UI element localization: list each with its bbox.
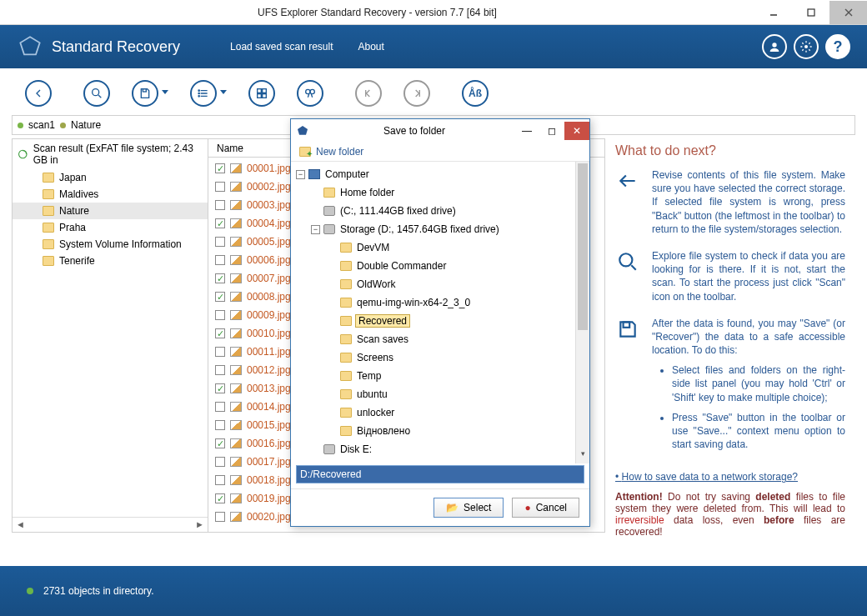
file-checkbox[interactable] [215,218,225,228]
dialog-tree[interactable]: − Computer Home folder (C:, 111.44GB fix… [291,162,589,463]
dialog-folder-item[interactable]: Recovered [296,312,584,330]
dialog-folder-item[interactable]: Double Commander [296,257,584,275]
folder-icon [43,189,54,199]
dialog-maximize-button[interactable]: ◻ [539,122,564,140]
dialog-folder-item[interactable]: Scan saves [296,330,584,348]
tree-computer[interactable]: Computer [323,168,371,180]
tree-c-drive[interactable]: (C:, 111.44GB fixed drive) [338,205,458,217]
file-checkbox[interactable] [215,402,225,412]
grid-view-button[interactable] [248,80,275,107]
settings-icon[interactable] [794,34,819,59]
file-checkbox[interactable] [215,182,225,192]
help-panel: What to do next? Revise contents of this… [605,138,855,533]
menu-about[interactable]: About [358,41,384,53]
file-checkbox[interactable] [215,420,225,430]
crumb-item-2[interactable]: Nature [71,119,101,131]
image-icon [230,347,242,357]
scan-result-head[interactable]: Scan result (ExFAT file system; 2.43 GB … [13,139,208,169]
file-checkbox[interactable] [215,347,225,357]
image-icon [230,237,242,247]
dialog-folder-item[interactable]: ubuntu [296,385,584,403]
dialog-title: Save to folder [314,125,514,137]
crumb-item-1[interactable]: scan1 [28,119,55,131]
tree-item[interactable]: Japan [13,169,208,186]
svg-point-10 [198,93,199,93]
svg-point-5 [772,43,776,47]
svg-marker-4 [20,37,39,54]
tree-home[interactable]: Home folder [338,187,396,198]
file-checkbox[interactable] [215,438,225,448]
tree-hscroll[interactable]: ◄► [13,517,208,532]
dialog-folder-item[interactable]: Temp [296,367,584,385]
tree-item[interactable]: Maldives [13,186,208,203]
file-checkbox[interactable] [215,310,225,320]
tree-e-drive[interactable]: Disk E: [338,443,373,455]
find-button[interactable] [297,80,323,107]
user-icon[interactable] [762,34,787,59]
dialog-folder-label: DevVM [355,242,391,253]
window-minimize-button[interactable] [754,1,792,24]
next-button[interactable] [403,80,430,107]
new-folder-button[interactable]: ✦ New folder [291,143,589,162]
folder-tree[interactable]: Scan result (ExFAT file system; 2.43 GB … [12,138,208,533]
file-checkbox[interactable] [215,200,225,210]
help-link[interactable]: How to save data to a network storage? [627,471,845,483]
window-maximize-button[interactable] [792,1,829,24]
dialog-path-field[interactable] [296,465,584,483]
list-options-button[interactable] [190,80,217,107]
dialog-path-input[interactable] [297,466,584,483]
dialog-folder-label: Temp [355,370,383,382]
tree-item[interactable]: Praha [13,219,208,236]
tree-d-drive[interactable]: Storage (D:, 1457.64GB fixed drive) [338,223,501,235]
file-checkbox[interactable] [215,292,225,302]
scan-button[interactable] [83,80,110,107]
dialog-scrollbar[interactable]: ▴ ▾ [575,162,589,463]
svg-rect-15 [263,94,267,98]
file-name: 00012.jpg [247,364,291,376]
hex-button[interactable]: Åß [462,80,489,107]
dialog-folder-item[interactable]: Відновлено [296,422,584,440]
prev-button[interactable] [355,80,382,107]
file-checkbox[interactable] [215,493,225,503]
help-p1: Revise contents of this file system. Mak… [652,168,845,236]
file-checkbox[interactable] [215,457,225,467]
tree-item[interactable]: Nature [13,203,208,219]
file-checkbox[interactable] [215,383,225,393]
folder-icon [340,389,352,399]
file-checkbox[interactable] [215,365,225,375]
image-icon [230,475,242,485]
file-checkbox[interactable] [215,237,225,247]
menu-load-scan[interactable]: Load saved scan result [230,41,333,53]
save-icon [615,317,640,458]
file-checkbox[interactable] [215,512,225,522]
dialog-folder-item[interactable]: OldWork [296,275,584,293]
file-name: 00004.jpg [247,218,291,229]
tree-item[interactable]: System Volume Information [13,236,208,253]
dialog-select-button[interactable]: 📂 Select [434,498,504,518]
file-checkbox[interactable] [215,475,225,485]
collapse-icon[interactable]: − [311,225,320,234]
save-button[interactable] [132,80,158,107]
app-header: Standard Recovery Load saved scan result… [0,25,867,68]
help-icon[interactable]: ? [825,34,850,59]
dialog-close-button[interactable]: ✕ [564,122,589,140]
dialog-minimize-button[interactable]: — [514,122,539,140]
tree-item[interactable]: Tenerife [13,253,208,269]
file-checkbox[interactable] [215,273,225,283]
folder-icon [340,371,352,381]
folder-icon [43,223,54,233]
dialog-folder-label: ubuntu [355,388,389,400]
dialog-folder-item[interactable]: DevVM [296,238,584,257]
dialog-folder-item[interactable]: qemu-img-win-x64-2_3_0 [296,293,584,312]
dialog-folder-item[interactable]: Screens [296,348,584,367]
back-button[interactable] [25,80,52,107]
file-checkbox[interactable] [215,255,225,265]
window-close-button[interactable] [829,1,867,24]
dialog-cancel-button[interactable]: ● Cancel [512,498,579,518]
file-checkbox[interactable] [215,328,225,338]
svg-rect-12 [258,89,262,93]
file-name: 00016.jpg [247,438,291,449]
file-checkbox[interactable] [215,163,225,173]
dialog-folder-item[interactable]: unlocker [296,403,584,422]
collapse-icon[interactable]: − [296,170,305,179]
